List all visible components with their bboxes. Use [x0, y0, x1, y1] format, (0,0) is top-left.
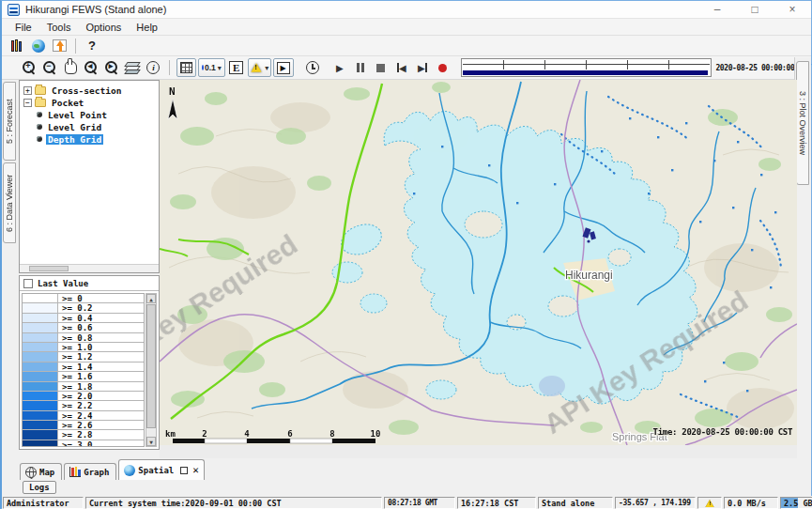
forecast-dialog-button[interactable] [8, 37, 27, 55]
timeline-slider[interactable] [461, 58, 712, 77]
zoom-out-button[interactable]: − [40, 58, 59, 77]
stop-button[interactable] [372, 58, 391, 77]
tree-horizontal-scrollbar[interactable] [20, 264, 159, 272]
status-mode: Stand alone [538, 497, 613, 509]
play-button[interactable]: ▶ [330, 58, 349, 77]
legend-row: >= 0.6 [23, 323, 144, 332]
last-frame-button[interactable]: ▶ [413, 58, 432, 77]
timeline-range-bar [463, 70, 708, 75]
status-warning[interactable] [697, 497, 722, 509]
logs-button[interactable]: Logs [23, 481, 56, 494]
contour-interval-dropdown[interactable]: 0.1 ▾ [198, 58, 225, 77]
zoom-in-button[interactable]: + [20, 58, 38, 77]
stop-icon [376, 64, 385, 72]
legend-row: >= 1.6 [23, 372, 144, 381]
chevron-down-icon: ▾ [265, 64, 268, 72]
status-coordinates: -35.657 , 174.199 [615, 497, 696, 509]
tab-map[interactable]: Map [20, 463, 62, 480]
tab-forecast[interactable]: 5 : Forecast [3, 82, 16, 161]
status-network-rate: 0.0 MB/s [724, 497, 778, 509]
status-bar: Administrator Current system time:2020-0… [2, 496, 812, 509]
legend-swatch [23, 314, 58, 322]
zoom-next-button[interactable]: ▸ [102, 58, 121, 77]
tree-node-level-grid[interactable]: Level Grid [23, 121, 159, 132]
menu-file[interactable]: File [8, 20, 39, 35]
info-button[interactable]: i [144, 58, 162, 77]
legend-swatch [23, 392, 58, 400]
legend-swatch [23, 440, 58, 447]
menu-tools[interactable]: Tools [39, 20, 79, 35]
map-canvas[interactable]: API Key Required API Key Required Hikura… [160, 80, 797, 445]
minimize-button[interactable]: – [698, 1, 736, 18]
scroll-down-icon[interactable]: ▼ [146, 437, 156, 446]
tab-graph[interactable]: Graph [64, 463, 116, 480]
layers-icon [126, 62, 140, 74]
grid-toggle-button[interactable] [176, 58, 196, 77]
legend-swatch [23, 401, 58, 409]
legend-scrollbar[interactable]: ▲ ▼ [146, 293, 157, 447]
zoom-out-icon: − [42, 60, 57, 75]
warning-triangle-icon [252, 63, 262, 72]
legend-swatch [23, 411, 58, 420]
warnings-dropdown[interactable]: ▾ [248, 58, 271, 77]
maximize-button[interactable]: □ [736, 1, 774, 18]
menu-options[interactable]: Options [78, 20, 129, 35]
panel-gap [160, 445, 797, 458]
clock-icon [306, 61, 319, 74]
wireframe-globe-icon [25, 467, 37, 478]
legend-swatch [23, 303, 58, 312]
legend-row: >= 1.0 [23, 343, 144, 352]
labels-toggle-button[interactable]: E [227, 58, 246, 77]
bullet-icon [37, 112, 42, 117]
record-button[interactable] [434, 58, 452, 77]
help-icon: ? [88, 39, 96, 53]
map-toolbar: + − ◂ ▸ i 0.1 ▾ E [2, 56, 811, 80]
zoom-previous-button[interactable]: ◂ [82, 58, 100, 77]
grid-icon [180, 62, 192, 73]
zoom-previous-icon: ◂ [84, 60, 99, 75]
tree-node-level-point[interactable]: Level Point [23, 109, 159, 120]
folder-icon [35, 86, 46, 95]
menu-help[interactable]: Help [129, 20, 165, 35]
tab-plot-overview[interactable]: 3 : Plot Overview [796, 61, 809, 185]
folder-icon [35, 99, 46, 107]
status-system-time: Current system time:2020-09-01 00:00 CST [85, 497, 382, 509]
tree-node-cross-section[interactable]: + Cross-section [23, 85, 159, 96]
collapse-icon[interactable]: − [23, 99, 32, 107]
scrollbar-thumb[interactable] [146, 304, 156, 428]
legend-row: >= 0.4 [23, 314, 144, 323]
play-icon: ▶ [336, 63, 344, 73]
north-label: N [169, 85, 176, 98]
spatial-display-button[interactable] [50, 37, 69, 55]
legend-swatch [23, 362, 58, 371]
close-panel-icon[interactable]: ✕ [192, 467, 199, 474]
logs-row: Logs [19, 480, 797, 496]
skip-end-icon: ▶ [418, 63, 427, 73]
legend-swatch [23, 333, 58, 342]
tab-data-viewer[interactable]: 6 : Data Viewer [3, 162, 16, 243]
animation-settings-button[interactable] [303, 58, 322, 77]
close-button[interactable]: × [774, 1, 811, 18]
help-button[interactable]: ? [83, 37, 101, 55]
restore-panel-icon[interactable] [180, 467, 188, 474]
expand-icon[interactable]: + [23, 86, 32, 95]
map-display-button[interactable] [29, 37, 48, 55]
toolbar-separator [169, 60, 170, 75]
scroll-up-icon[interactable]: ▲ [146, 294, 156, 303]
last-value-checkbox[interactable] [23, 279, 33, 288]
info-icon: i [146, 61, 160, 74]
legend-swatch [23, 382, 58, 391]
bullet-icon [37, 124, 42, 130]
scrollbar-thumb[interactable] [29, 266, 69, 271]
svg-text:4: 4 [244, 429, 250, 439]
animation-display-button[interactable]: ▶ [273, 58, 294, 77]
legend-swatch [23, 323, 58, 332]
tab-spatial[interactable]: Spatial ✕ [118, 459, 205, 480]
layers-button[interactable] [123, 58, 142, 77]
first-frame-button[interactable]: ◀ [392, 58, 411, 77]
tree-node-depth-grid[interactable]: Depth Grid [23, 133, 159, 145]
globe-icon [124, 465, 135, 476]
pause-button[interactable] [351, 58, 370, 77]
pan-button[interactable] [61, 58, 80, 77]
tree-node-pocket[interactable]: − Pocket [23, 97, 159, 108]
